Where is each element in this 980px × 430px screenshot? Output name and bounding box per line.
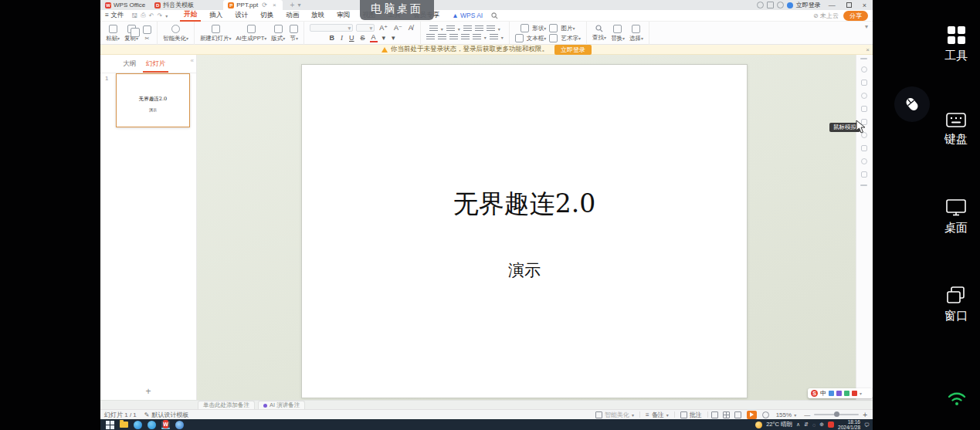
tray-volume-icon[interactable]: ◌ — [812, 422, 816, 428]
textbox-button[interactable]: 文本框▾ — [527, 35, 547, 42]
print-icon[interactable]: ⎙ — [139, 12, 147, 19]
zoom-slider[interactable] — [814, 414, 859, 415]
highlight-button[interactable]: ▾ — [381, 34, 388, 42]
copy-button[interactable]: 复制▾ — [124, 25, 138, 42]
paste-button[interactable]: 粘贴▾ — [106, 25, 120, 42]
save-icon[interactable]: 🖫 — [130, 12, 139, 19]
reading-view-icon[interactable] — [734, 411, 741, 418]
align-center-icon[interactable] — [438, 34, 446, 41]
menu-tab-wps-ai[interactable]: ▲ WPS AI — [448, 11, 487, 20]
collapse-panel-icon[interactable]: « — [188, 55, 196, 66]
notification-center-icon[interactable]: 🗩 — [864, 422, 870, 428]
collapse-ribbon-icon[interactable]: ▾ — [860, 22, 873, 44]
side-tool-icon[interactable] — [861, 171, 867, 178]
decrease-font-icon[interactable]: A⁻ — [392, 24, 404, 32]
ai-notes-tab[interactable]: AI 演讲备注 — [258, 401, 305, 409]
increase-indent-icon[interactable] — [475, 25, 483, 32]
section-button[interactable]: 节▾ — [290, 25, 298, 42]
more-font-button[interactable]: ▾ — [390, 34, 397, 42]
wifi-icon[interactable] — [947, 391, 967, 406]
text-direction-icon[interactable] — [487, 25, 495, 32]
wordart-button[interactable]: 艺术字▾ — [561, 35, 581, 42]
new-tab-button[interactable]: + — [289, 1, 297, 9]
justify-icon[interactable] — [461, 34, 470, 41]
italic-button[interactable]: I — [339, 34, 344, 42]
file-explorer-icon[interactable] — [120, 421, 128, 429]
sidebar-item-desktop[interactable]: 桌面 — [933, 199, 979, 235]
add-slide-button[interactable]: + — [100, 386, 196, 397]
menu-tab-home[interactable]: 开始 — [180, 9, 201, 22]
side-tool-icon[interactable] — [860, 58, 867, 59]
notes-placeholder[interactable]: 单击此处添加备注 — [198, 401, 255, 409]
tab-list-icon[interactable]: ▾ — [296, 2, 302, 8]
font-family-select[interactable]: ▾ — [310, 24, 353, 32]
editing-canvas[interactable]: 无界趣连2.0 演示 — [197, 55, 856, 400]
font-color-button[interactable]: A — [370, 33, 378, 42]
clear-format-icon[interactable]: A̸ — [407, 24, 415, 32]
play-button[interactable] — [747, 411, 757, 419]
slide-subtitle[interactable]: 演示 — [302, 259, 747, 281]
ime-tool-icon[interactable] — [852, 391, 857, 396]
wps-taskbar-icon[interactable]: W — [161, 421, 170, 429]
side-tool-icon[interactable] — [861, 145, 867, 151]
restore-button[interactable] — [843, 2, 855, 9]
side-tool-icon[interactable] — [861, 106, 867, 112]
ime-tool-icon[interactable] — [844, 391, 849, 396]
side-tool-icon[interactable] — [861, 80, 867, 86]
ime-toolbar[interactable]: S 中 ▾ — [808, 388, 873, 398]
login-now-button[interactable]: 立即登录 — [554, 45, 592, 55]
align-left-icon[interactable] — [426, 34, 435, 41]
statusbar-notes[interactable]: ≡ 备注▾ — [642, 411, 673, 419]
shape-button[interactable]: 形状▾ — [532, 25, 546, 32]
zoom-level[interactable]: 155%▾ — [772, 411, 800, 418]
side-tool-icon[interactable] — [860, 185, 867, 186]
tab-slides[interactable]: 幻灯片 — [143, 57, 169, 73]
ime-tool-icon[interactable] — [829, 391, 834, 396]
tab-wps-office[interactable]: W WPS Office — [100, 0, 150, 10]
tray-weather[interactable]: 22°C 晴朗 — [766, 421, 792, 428]
slide[interactable]: 无界趣连2.0 演示 — [301, 64, 748, 398]
ime-tool-icon[interactable] — [836, 391, 842, 396]
side-tool-icon[interactable] — [861, 158, 867, 164]
undo-icon[interactable]: ↶ — [148, 12, 156, 19]
slide-title[interactable]: 无界趣连2.0 — [302, 187, 747, 222]
align-right-icon[interactable] — [449, 34, 458, 41]
theme-icon[interactable] — [757, 2, 764, 8]
replace-button[interactable]: 替换▾ — [611, 25, 625, 42]
ai-generate-button[interactable]: AI生成PPT▾ — [236, 25, 267, 42]
browser-icon[interactable] — [134, 421, 142, 429]
statusbar-comments[interactable]: 批注 — [677, 411, 706, 419]
decrease-indent-icon[interactable] — [463, 25, 472, 32]
sidebar-item-window[interactable]: 窗口 — [933, 286, 979, 323]
sorter-view-icon[interactable] — [723, 411, 730, 418]
tray-app-icon[interactable] — [828, 422, 834, 428]
normal-view-icon[interactable] — [711, 411, 718, 418]
menu-tab-slideshow[interactable]: 放映 — [307, 10, 328, 21]
line-spacing-icon[interactable] — [473, 34, 481, 41]
fit-window-icon[interactable] — [762, 411, 769, 418]
avatar[interactable] — [787, 2, 793, 8]
search-icon[interactable] — [491, 12, 498, 19]
new-slide-button[interactable]: 新建幻灯片▾ — [200, 25, 232, 42]
underline-button[interactable]: U — [348, 34, 356, 42]
font-size-select[interactable]: ▾ — [356, 24, 375, 32]
file-menu[interactable]: ≡ 文件 — [105, 11, 124, 20]
taskbar-clock[interactable]: 18:16 2024/1/28 — [838, 419, 860, 430]
layout-button[interactable]: 版式▾ — [271, 25, 285, 42]
tab-sync-icon[interactable]: ⟳ — [260, 2, 269, 8]
login-link[interactable]: 立即登录 — [796, 1, 821, 9]
menu-tab-animation[interactable]: 动画 — [282, 10, 303, 21]
ime-mode[interactable]: 中 — [820, 389, 826, 398]
side-tool-icon[interactable] — [861, 66, 867, 73]
virtual-mouse-button[interactable] — [894, 86, 930, 122]
slide-thumbnail[interactable]: 无界趣连2.0 演示 — [116, 73, 190, 127]
menu-tab-transition[interactable]: 切换 — [256, 10, 277, 21]
messenger-icon[interactable] — [148, 421, 156, 429]
menu-tab-review[interactable]: 审阅 — [333, 10, 354, 21]
numbering-icon[interactable] — [446, 25, 455, 32]
find-button[interactable]: 查找▾ — [592, 25, 606, 42]
picture-button[interactable]: 图片▾ — [561, 25, 575, 32]
side-tool-icon[interactable] — [861, 93, 867, 99]
tray-expand-icon[interactable]: ∧ — [796, 422, 800, 428]
format-painter-button[interactable]: ✂ — [143, 25, 151, 42]
